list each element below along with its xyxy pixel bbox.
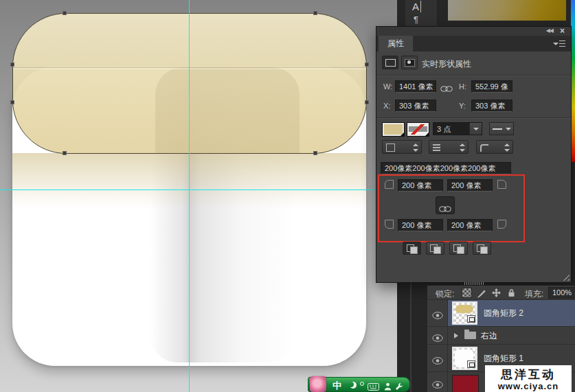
pathfinder-intersect-button[interactable] bbox=[449, 242, 468, 255]
top-left-radius-input[interactable]: 200 像素 bbox=[398, 179, 443, 192]
photoshop-window: A ¶ ◀◀ × 属性 实时形状属性 W: 1401 像素 H: 552.99 … bbox=[0, 0, 575, 392]
anchor-point[interactable] bbox=[313, 151, 317, 155]
anchor-point[interactable] bbox=[10, 100, 14, 104]
visibility-cell[interactable] bbox=[427, 327, 448, 344]
expand-group-icon[interactable] bbox=[454, 333, 458, 338]
watermark-title: 思洋互动 bbox=[485, 367, 572, 382]
top-right-radius-input[interactable]: 200 像素 bbox=[447, 179, 493, 192]
pathfinder-subtract-button[interactable] bbox=[426, 242, 444, 255]
red-fill-layer-thumbnail[interactable] bbox=[452, 375, 479, 392]
color-picker-gradient-fragment[interactable] bbox=[448, 0, 566, 21]
panel-resize-grip[interactable] bbox=[561, 272, 570, 281]
layer-name[interactable]: 圆角矩形 2 bbox=[484, 308, 523, 319]
document-canvas[interactable] bbox=[0, 0, 397, 392]
collapse-panel-icon[interactable]: ◀◀ bbox=[546, 27, 553, 34]
ime-logo-icon[interactable] bbox=[310, 376, 326, 392]
layer-row[interactable]: 圆角矩形 2 bbox=[427, 300, 575, 327]
panel-header-bar: ◀◀ × bbox=[376, 27, 571, 36]
visibility-cell[interactable] bbox=[427, 372, 448, 392]
pathfinder-combine-button[interactable] bbox=[403, 242, 421, 255]
vertical-guide[interactable] bbox=[189, 0, 190, 392]
group-name[interactable]: 右边 bbox=[481, 330, 497, 341]
layer-row-content[interactable]: 右边 bbox=[448, 327, 575, 344]
anchor-point[interactable] bbox=[365, 62, 369, 67]
x-input[interactable]: 303 像素 bbox=[395, 100, 436, 112]
character-panel-icon[interactable]: A bbox=[412, 1, 421, 12]
icon-top-edge-highlight bbox=[13, 68, 366, 69]
stroke-width-dropdown-icon[interactable] bbox=[469, 123, 482, 135]
stroke-align-combobox[interactable] bbox=[382, 140, 422, 154]
layer-thumbnail[interactable] bbox=[452, 347, 477, 370]
layer-row-content[interactable]: 圆角矩形 2 bbox=[448, 300, 575, 326]
bottom-right-radius-input[interactable]: 200 像素 bbox=[447, 219, 493, 231]
ime-keyboard-icon[interactable] bbox=[368, 381, 379, 392]
layer-group-row[interactable]: 右边 bbox=[427, 327, 575, 345]
eye-icon[interactable] bbox=[432, 355, 443, 367]
bottom-left-radius-input[interactable]: 200 像素 bbox=[398, 219, 443, 231]
ime-toolbar[interactable]: 中 bbox=[308, 377, 410, 392]
width-input[interactable]: 1401 像素 bbox=[395, 80, 436, 93]
x-label: X: bbox=[383, 102, 390, 110]
stroke-color-swatch[interactable] bbox=[407, 122, 429, 137]
layer-thumbnail[interactable] bbox=[452, 301, 477, 325]
separator bbox=[376, 75, 571, 76]
panel-menu-icon[interactable] bbox=[553, 41, 565, 47]
stroke-type-combobox[interactable] bbox=[489, 122, 514, 135]
fill-opacity-input[interactable]: 100% bbox=[548, 287, 575, 299]
lock-all-icon[interactable] bbox=[508, 288, 515, 300]
lock-transparency-icon[interactable] bbox=[462, 288, 472, 298]
close-panel-icon[interactable]: × bbox=[560, 26, 565, 36]
ime-halfwidth-icon[interactable] bbox=[350, 382, 357, 389]
properties-panel: ◀◀ × 属性 实时形状属性 W: 1401 像素 H: 552.99 像 X:… bbox=[376, 26, 572, 283]
masks-properties-button[interactable] bbox=[401, 56, 418, 69]
stroke-width-combobox[interactable]: 3 点 bbox=[433, 122, 482, 135]
fill-label: 填充: bbox=[525, 288, 543, 300]
lock-label: 锁定: bbox=[436, 288, 454, 300]
y-label: Y: bbox=[459, 102, 466, 110]
stem-seen-through-shape bbox=[155, 67, 300, 154]
height-input[interactable]: 552.99 像 bbox=[471, 80, 512, 93]
ime-account-icon[interactable] bbox=[384, 381, 392, 392]
ime-punctuation-icon[interactable] bbox=[360, 382, 364, 386]
radius-summary-field[interactable]: 200像素200像素200像素200像素 bbox=[381, 162, 511, 174]
shape-layer-badge-icon bbox=[467, 315, 475, 323]
link-corner-radii-button[interactable] bbox=[436, 196, 455, 214]
folder-icon bbox=[464, 332, 476, 339]
anchor-point[interactable] bbox=[365, 100, 369, 104]
horizontal-guide[interactable] bbox=[0, 189, 397, 190]
shape-layer-badge-icon bbox=[467, 360, 475, 368]
eye-icon[interactable] bbox=[432, 310, 443, 322]
visibility-cell[interactable] bbox=[427, 345, 448, 371]
width-label: W: bbox=[383, 82, 392, 91]
panel-tab-bar: 属性 bbox=[376, 36, 571, 51]
anchor-point[interactable] bbox=[10, 62, 14, 67]
collapsed-panel-icons: A ¶ bbox=[405, 0, 438, 26]
eye-icon[interactable] bbox=[432, 332, 443, 345]
eye-icon[interactable] bbox=[432, 379, 443, 391]
stroke-corners-combobox[interactable] bbox=[476, 140, 513, 154]
watermark-url: www.ciya.cn bbox=[485, 381, 572, 391]
ime-language-mode[interactable]: 中 bbox=[332, 380, 341, 392]
anchor-point[interactable] bbox=[63, 151, 67, 155]
stroke-caps-combobox[interactable] bbox=[429, 140, 469, 154]
layer-name[interactable]: 圆角矩形 1 bbox=[484, 352, 523, 364]
link-dimensions-icon[interactable] bbox=[440, 82, 453, 95]
ime-tools-icon[interactable] bbox=[395, 381, 403, 392]
top-left-corner-icon bbox=[385, 180, 394, 189]
stroke-width-value: 3 点 bbox=[437, 124, 451, 135]
live-shape-properties-button[interactable] bbox=[382, 56, 398, 69]
tan-rounded-rect-shape[interactable] bbox=[12, 13, 367, 154]
y-input[interactable]: 303 像素 bbox=[471, 100, 512, 112]
anchor-point[interactable] bbox=[313, 11, 317, 15]
layers-lock-row: 锁定: 填充: 100% bbox=[427, 286, 575, 300]
tab-properties[interactable]: 属性 bbox=[379, 36, 413, 51]
bottom-left-corner-icon bbox=[385, 220, 394, 229]
anchor-point[interactable] bbox=[63, 11, 67, 15]
paragraph-panel-icon[interactable]: ¶ bbox=[414, 14, 418, 25]
lock-paint-icon[interactable] bbox=[477, 288, 486, 301]
visibility-cell[interactable] bbox=[427, 300, 448, 326]
lock-position-icon[interactable] bbox=[492, 288, 501, 300]
fill-color-swatch[interactable] bbox=[382, 122, 405, 137]
height-label: H: bbox=[459, 82, 466, 91]
pathfinder-exclude-button[interactable] bbox=[473, 242, 491, 255]
